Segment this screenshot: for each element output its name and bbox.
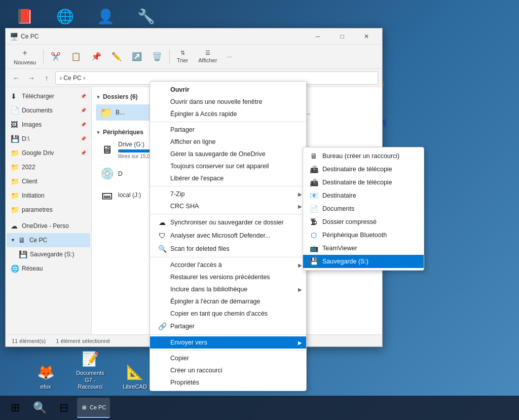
ctx-epingler-demarrage[interactable]: Épingler à l'écran de démarrage (150, 295, 306, 308)
sidebar-onedrive-label: OneDrive - Perso (22, 222, 69, 230)
st-tv-label: TeamViewer (322, 245, 357, 252)
ctx-accorder[interactable]: Accorder l'accès à ▶ (150, 259, 306, 271)
sidebar-item-reseau[interactable]: 🌐 Réseau (7, 261, 90, 276)
sidebar-item-documents[interactable]: 📄 Documents 📌 (7, 103, 90, 118)
address-text: › Ce PC › (60, 74, 85, 82)
ctx-creer-raccourci[interactable]: Créer un raccourci (150, 364, 306, 376)
sidebar: ⬇ Télécharger 📌 📄 Documents 📌 🖼 Images 📌… (6, 87, 92, 334)
sidebar-item-telecharger[interactable]: ⬇ Télécharger 📌 (7, 89, 90, 103)
ctx-accorder-label: Accorder l'accès à (170, 261, 222, 269)
sidebar-item-cepc[interactable]: ▼ 🖥 Ce PC (7, 233, 90, 247)
start-button[interactable]: ⊞ (4, 397, 26, 419)
desktop-icon-firefox[interactable]: 🦊 efox (25, 360, 66, 392)
sidebar-item-images[interactable]: 🖼 Images 📌 (7, 118, 90, 132)
sidebar-item-d-drive[interactable]: 💾 D:\ 📌 (7, 132, 90, 146)
maximize-button[interactable]: □ (330, 28, 354, 45)
ctx-partager-top[interactable]: Partager (150, 124, 306, 136)
ctx-copier-chemin[interactable]: Copier en tant que chemin d'accès (150, 308, 306, 320)
taskbar-explorer-btn[interactable]: 🖥 Ce PC (77, 398, 110, 418)
st-destinataire[interactable]: 📧 Destinataire (303, 189, 424, 202)
ctx-gerer-sauvegarde[interactable]: Gérer la sauvegarde de OneDrive (150, 148, 306, 160)
trier-button[interactable]: ⇅ Trier (173, 47, 192, 67)
sidebar-images-label: Images (22, 121, 42, 128)
ctx-afficher-label: Afficher en ligne (170, 138, 215, 145)
folder-2022-icon: 📁 (11, 163, 19, 171)
paste-button[interactable]: 📌 (87, 47, 105, 67)
nouveau-button[interactable]: ＋ Nouveau (10, 47, 40, 67)
minimize-button[interactable]: ─ (306, 28, 329, 45)
copy-button[interactable]: 📋 (67, 47, 85, 67)
afficher-button[interactable]: ☰ Afficher (194, 47, 221, 67)
st-dest-telecopie1[interactable]: 📠 Destinataire de télécopie (303, 163, 424, 176)
taskview-button[interactable]: ⊟ (53, 397, 75, 419)
pin4-icon: 📌 (81, 136, 86, 141)
pin-icon: 📌 (81, 94, 86, 99)
ctx-envoyer-vers[interactable]: Envoyer vers ▶ (150, 336, 306, 349)
acrobat-icon: 📕 (14, 6, 34, 26)
close-button[interactable]: ✕ (355, 28, 378, 45)
forward-button[interactable]: → (25, 71, 38, 85)
search-button[interactable]: 🔍 (28, 397, 51, 419)
ctx-scan-deleted[interactable]: 🔍 Scan for deleted files (150, 242, 306, 255)
sidebar-docs-label: Documents (22, 107, 53, 114)
ctx-ouvrir-fenetre[interactable]: Ouvrir dans une nouvelle fenêtre (150, 96, 306, 108)
ctx-analyser[interactable]: 🛡 Analyser avec Microsoft Defender... (150, 229, 306, 242)
ctx-7zip-label: 7-Zip (170, 190, 184, 198)
desktop-icon-docsg7[interactable]: 📝 Documents G7 - Raccourci (70, 347, 110, 392)
ctx-crcsha[interactable]: CRC SHA ▶ (150, 200, 306, 212)
desktop-icon-librecad[interactable]: 📐 LibreCAD (115, 360, 155, 392)
st-bluetooth[interactable]: ⬡ Périphérique Bluetooth (303, 228, 424, 242)
sidebar-item-parametres[interactable]: 📁 parametres (7, 203, 90, 217)
delete-button[interactable]: 🗑️ (148, 47, 166, 67)
status-selected: 1 élément sélectionné (56, 338, 110, 344)
sidebar-item-2022[interactable]: 📁 2022 (7, 160, 90, 174)
ctx-copier[interactable]: Copier (150, 352, 306, 364)
st-teamviewer[interactable]: 📺 TeamViewer (303, 242, 424, 255)
st-dossier-compresse[interactable]: 🗜 Dossier compressé (303, 215, 424, 228)
sidebar-sauvegarde-label: Sauvegarde (S:) (30, 251, 74, 258)
sidebar-item-onedrive[interactable]: ☁ OneDrive - Perso (7, 219, 90, 233)
sidebar-item-initiation[interactable]: 📁 Initiation (7, 188, 90, 203)
sidebar-item-sauvegarde[interactable]: 💾 Sauvegarde (S:) (7, 247, 90, 261)
ctx-liberer-label: Libérer de l'espace (170, 175, 224, 182)
st-docs-label: Documents (322, 205, 354, 212)
st-documents[interactable]: 📄 Documents (303, 202, 424, 215)
sidebar-item-googledrive[interactable]: 📁 Google Driv 📌 (7, 146, 90, 160)
ctx-toujours-conserver[interactable]: Toujours conserver sur cet appareil (150, 160, 306, 172)
download-icon: ⬇ (11, 92, 19, 100)
ctx-7zip[interactable]: 7-Zip ▶ (150, 188, 306, 200)
reseau-icon: 🌐 (11, 264, 19, 273)
afficher-icon: ☰ (205, 50, 210, 56)
rename-icon: ✏️ (112, 52, 122, 61)
ctx-sync-label: Synchroniser ou sauvegarder ce dossier (170, 219, 284, 226)
devices-toggle[interactable]: ▼ (96, 130, 101, 135)
share-button[interactable]: ↗️ (128, 47, 146, 67)
ctx-synchroniser[interactable]: ☁ Synchroniser ou sauvegarder ce dossier (150, 216, 306, 229)
ctx-proprietes[interactable]: Propriétés (150, 376, 306, 389)
up-button[interactable]: ↑ (40, 71, 53, 85)
ctx-epingler-acces[interactable]: Épingler à Accès rapide (150, 108, 306, 120)
ctx-afficher-ligne[interactable]: Afficher en ligne (150, 136, 306, 148)
rename-button[interactable]: ✏️ (107, 47, 126, 67)
ctx-inclure[interactable]: Inclure dans la bibliothèque ▶ (150, 283, 306, 295)
taskbar-explorer-label: Ce PC (90, 404, 106, 410)
more-button[interactable]: ··· (223, 47, 236, 67)
nouveau-icon: ＋ (21, 48, 29, 58)
cepc-expand-icon: ▼ (11, 238, 15, 243)
sauvegarde-icon: 💾 (19, 250, 27, 258)
ctx-ouvrir[interactable]: Ouvrir (150, 84, 306, 96)
st-sauvegarde[interactable]: 💾 Sauvegarde (S:) (303, 255, 424, 268)
ctx-accorder-arrow: ▶ (298, 262, 302, 268)
ctx-partager-bottom-icon: 🔗 (158, 322, 166, 330)
docsg7-icon: 📝 (80, 349, 100, 369)
ctx-partager-bottom[interactable]: 🔗 Partager (150, 320, 306, 333)
st-bureau[interactable]: 🖥 Bureau (créer un raccourci) (303, 149, 424, 163)
ctx-liberer[interactable]: Libérer de l'espace (150, 172, 306, 184)
st-dest-telecopie2[interactable]: 📠 Destinataire de télécopie (303, 176, 424, 189)
folders-label: Dossiers (6) (103, 93, 138, 100)
folders-toggle[interactable]: ▼ (96, 94, 101, 100)
back-button[interactable]: ← (10, 71, 23, 85)
ctx-restaurer[interactable]: Restaurer les versions précédentes (150, 271, 306, 283)
sidebar-item-client[interactable]: 📁 Client (7, 174, 90, 188)
cut-button[interactable]: ✂️ (47, 47, 65, 67)
